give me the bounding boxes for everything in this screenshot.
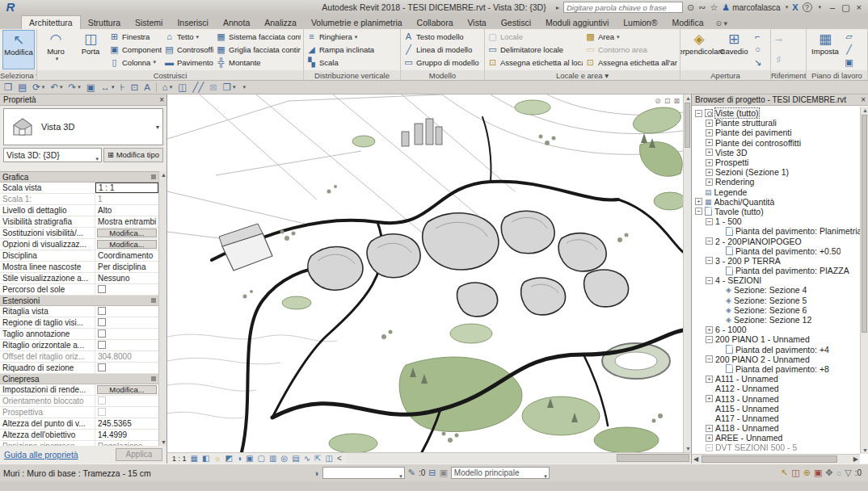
tab-lumion-[interactable]: Lumion® [616,16,664,29]
expander-icon[interactable]: − [706,218,713,225]
expander-icon[interactable]: − [695,110,702,117]
area-button[interactable]: ▩Area▾ [585,31,677,44]
type-selector[interactable]: Vista 3D ▾ [3,108,163,145]
worksets-icon[interactable]: ◑ [314,468,319,478]
modify-button[interactable]: Modifica... [97,240,157,249]
expander-icon[interactable]: + [706,120,713,127]
componente-button[interactable]: ▣Componente▾ [109,44,162,57]
collapse-view-bar-icon[interactable]: < [337,453,342,464]
assegna-etichetta-all-area-button[interactable]: ⊡Assegna etichetta all'area▾ [585,56,677,69]
expander-icon[interactable]: − [706,237,713,245]
tree-item[interactable]: +6 - 1000 [692,325,860,334]
tree-item[interactable]: ▤Legende [692,187,860,197]
revit-logo[interactable]: R [0,0,21,15]
checkbox[interactable] [98,307,106,315]
tree-item[interactable]: Pianta del pavimento: PIAZZA [692,266,860,275]
save-icon[interactable]: ▤ [18,81,27,94]
modify-button[interactable]: Modifica... [97,229,157,237]
dropdown-icon[interactable]: ▾ [112,81,115,94]
select-pinned-icon[interactable]: ⊕ [803,468,811,478]
help-dropdown-icon[interactable]: ▾ [819,4,822,10]
expander-icon[interactable]: + [695,198,702,205]
view-restore-icon[interactable]: ⊡ [664,97,671,105]
tree-item[interactable]: −Viste (tutto) [692,108,860,118]
expander-icon[interactable]: − [695,208,702,215]
view-minimize-icon[interactable]: ⊘ [655,97,661,105]
select-underlay-icon[interactable]: ◫ [791,468,799,478]
tree-item[interactable]: −200 PIANO 2 - Unnamed [692,355,860,364]
dropdown-icon[interactable]: ▾ [617,34,620,40]
tree-item[interactable]: −3 - 200 P TERRA [692,256,860,266]
dropdown-icon[interactable]: ▾ [196,34,200,40]
property-value[interactable]: 14.4999 [95,430,158,440]
ref-plane-icon-button[interactable]: ╱ [844,44,857,57]
colonna-button[interactable]: ▯Colonna▾ [109,56,162,69]
tree-item[interactable]: ◈Sezione: Sezione 12 [692,315,860,325]
dropdown-icon[interactable]: ▾ [153,59,156,65]
dropdown-icon[interactable]: ▾ [78,81,81,94]
tree-item[interactable]: −1 - 500 [692,216,860,226]
instance-selector[interactable]: Vista 3D: {3D} ▾ [3,148,102,162]
thin-lines-icon[interactable]: ╱╱ [192,81,204,94]
shadows-icon[interactable]: ◩ [225,453,233,464]
canvas-horizontal-scrollbar[interactable] [347,452,691,464]
expander-icon[interactable]: + [706,129,713,136]
scala-button[interactable]: ▚Scala [306,56,374,69]
dropdown-icon[interactable]: ▾ [60,81,63,94]
exchange-apps-icon[interactable]: X [792,2,798,13]
tab-vista[interactable]: Vista [461,16,494,29]
close-button[interactable]: × [857,2,862,13]
properties-close-icon[interactable]: × [159,94,164,106]
tab-annota[interactable]: Annota [216,16,257,29]
tree-item[interactable]: +▦Abachi/Quantità [692,197,860,207]
vertical-opening-icon-button[interactable]: ○ [752,44,765,57]
expander-icon[interactable]: + [706,425,713,432]
hide-isolate-icon[interactable]: ▥ [269,453,276,464]
expander-icon[interactable]: + [706,149,713,156]
property-section-grafica[interactable]: Grafica [0,172,158,183]
porta-button[interactable]: ◫Porta [74,30,107,69]
expander-icon[interactable]: + [706,376,713,383]
sync-icon[interactable]: ⟳▾ [32,81,44,94]
canvas-vertical-scrollbar[interactable]: ▲▼ [683,94,691,452]
restore-button[interactable]: ▢ [841,2,849,13]
print-icon[interactable]: ▣ [86,81,95,94]
tree-item[interactable]: +Viste 3D [692,148,860,157]
properties-help-link[interactable]: Guida alle proprietà [4,450,78,460]
redo-icon[interactable]: ↷▾ [69,81,81,94]
tree-item[interactable]: −DVT SEZIONI 500 - 5 [692,443,860,452]
tree-item[interactable]: +Rendering [692,177,860,187]
search-icon[interactable]: ⊙ [687,2,694,13]
filter-icon[interactable]: ▽ [845,468,851,478]
browser-horizontal-scrollbar[interactable]: ◀▶ [692,454,860,464]
property-value[interactable]: Coordinamento [95,250,158,261]
search-collapse-icon[interactable]: ▸ [556,4,559,11]
tree-item[interactable]: Pianta del pavimento: +0.50 [692,246,860,256]
tree-item[interactable]: −2 - 200PIANOIPOGEO [692,236,860,246]
expander-icon[interactable]: − [706,257,713,264]
pavimento-button[interactable]: ▬Pavimento▾ [164,56,213,69]
design-options-icon[interactable]: ⊟ [428,468,436,478]
controsoffitto-button[interactable]: ▤Controsoffitto [164,44,213,57]
user-account[interactable]: ♟ marcofalasca ▾ [722,2,788,13]
property-value[interactable]: Mostra entrambi [95,216,158,227]
active-only-icon[interactable]: ▣ [439,468,447,478]
minimize-button[interactable]: – [830,2,835,13]
perpendicolare-button[interactable]: ◈Perpendicolare [683,30,715,69]
edit-type-button[interactable]: ⊞ Modifica tipo [103,148,163,162]
property-value[interactable] [95,317,158,328]
tree-item[interactable]: +Prospetti [692,157,860,167]
customize-qat-icon[interactable]: ▾ [242,81,246,94]
property-value[interactable]: Modifica... [95,384,158,395]
checkbox[interactable] [98,363,106,371]
expander-icon[interactable]: − [706,277,713,284]
project-browser-close-icon[interactable]: × [861,94,866,106]
tab-moduli-aggiuntivi[interactable]: Moduli aggiuntivi [538,16,616,29]
tree-item[interactable]: +Piante dei pavimenti [692,128,860,137]
muro-button[interactable]: ◠Muro▾ [40,30,72,69]
property-value[interactable] [95,306,158,317]
linea-di-modello-button[interactable]: ╱Linea di modello [403,44,482,57]
expander-icon[interactable]: + [706,169,713,176]
delimitatore-locale-button[interactable]: ▭Delimitatore locale [487,44,583,57]
view-close-icon[interactable]: ⊠ [673,97,680,105]
